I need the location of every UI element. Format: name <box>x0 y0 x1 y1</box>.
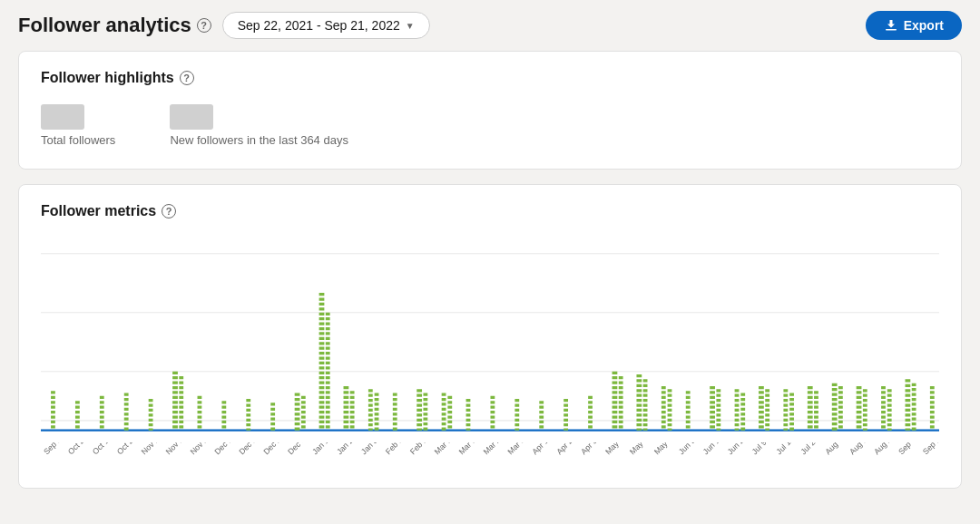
title-help-icon[interactable]: ? <box>197 18 211 33</box>
svg-text:May 20: May 20 <box>628 442 652 456</box>
follower-metrics-chart: .xl { font-family: -apple-system, BlinkM… <box>41 234 939 470</box>
svg-text:Apr 30: Apr 30 <box>579 442 602 456</box>
svg-text:Oct 12: Oct 12 <box>91 442 113 456</box>
metrics-help-icon[interactable]: ? <box>162 204 176 218</box>
total-followers-item: Total followers <box>41 104 115 147</box>
svg-text:Jun 9: Jun 9 <box>677 442 697 456</box>
svg-text:Sep 17: Sep 17 <box>921 442 939 456</box>
metrics-card: Follower metrics ? <box>18 184 962 489</box>
highlights-title: Follower highlights ? <box>41 70 939 86</box>
svg-text:Jul 19: Jul 19 <box>775 442 796 456</box>
svg-text:Dec 21: Dec 21 <box>261 442 285 456</box>
highlights-help-icon[interactable]: ? <box>180 71 194 85</box>
svg-text:May 30: May 30 <box>652 442 677 456</box>
svg-text:Apr 20: Apr 20 <box>554 442 577 456</box>
svg-text:Aug 28: Aug 28 <box>872 442 896 456</box>
date-range-button[interactable]: Sep 22, 2021 - Sep 21, 2022 ▼ <box>222 12 430 39</box>
svg-text:Aug 8: Aug 8 <box>823 442 844 456</box>
svg-text:Sep ...: Sep ... <box>42 442 64 456</box>
download-icon <box>884 18 898 33</box>
svg-text:Feb 9: Feb 9 <box>384 442 405 456</box>
svg-text:Feb 19: Feb 19 <box>408 442 432 456</box>
svg-text:Dec 11: Dec 11 <box>237 442 260 456</box>
svg-text:Dec 1: Dec 1 <box>213 442 234 456</box>
highlights-card: Follower highlights ? Total followers Ne… <box>18 51 962 170</box>
export-button[interactable]: Export <box>866 11 962 40</box>
content-area: Follower highlights ? Total followers Ne… <box>0 51 980 507</box>
new-followers-label: New followers in the last 364 days <box>170 133 348 147</box>
svg-text:Mar 31: Mar 31 <box>506 442 530 456</box>
svg-text:Jun 29: Jun 29 <box>726 442 749 456</box>
svg-text:Jul 9: Jul 9 <box>750 442 769 456</box>
svg-text:Jan 10: Jan 10 <box>310 442 333 456</box>
svg-text:Jan 20: Jan 20 <box>335 442 358 456</box>
svg-text:Jun 19: Jun 19 <box>701 442 724 456</box>
page-title: Follower analytics ? <box>18 14 211 37</box>
svg-text:Nov 11: Nov 11 <box>164 442 188 456</box>
metrics-title: Follower metrics ? <box>41 203 939 219</box>
svg-text:Jan 30: Jan 30 <box>359 442 382 456</box>
svg-text:Oct 22: Oct 22 <box>115 442 138 456</box>
chevron-down-icon: ▼ <box>406 21 415 31</box>
x-axis-text: .xl { font-family: -apple-system, BlinkM… <box>41 442 939 470</box>
highlights-row: Total followers New followers in the las… <box>41 101 939 150</box>
svg-text:Mar 1: Mar 1 <box>433 442 454 456</box>
svg-text:May 10: May 10 <box>603 442 628 456</box>
svg-text:Nov 21: Nov 21 <box>189 442 212 456</box>
svg-text:Aug 18: Aug 18 <box>848 442 871 456</box>
x-axis-labels: .xl { font-family: -apple-system, BlinkM… <box>41 442 939 470</box>
new-followers-value <box>170 104 213 130</box>
total-followers-label: Total followers <box>41 133 115 147</box>
svg-text:Mar 21: Mar 21 <box>482 442 505 456</box>
total-followers-value <box>41 104 84 130</box>
svg-text:Dec 31: Dec 31 <box>286 442 309 456</box>
chart-svg <box>41 234 939 470</box>
svg-text:Nov 1: Nov 1 <box>140 442 161 456</box>
svg-text:Sep 7: Sep 7 <box>897 442 917 456</box>
svg-rect-0 <box>886 29 897 31</box>
svg-text:Apr 10: Apr 10 <box>530 442 553 456</box>
new-followers-item: New followers in the last 364 days <box>170 104 348 147</box>
svg-text:Jul 29: Jul 29 <box>799 442 819 456</box>
svg-text:Mar 11: Mar 11 <box>457 442 481 456</box>
svg-text:Oct 2: Oct 2 <box>66 442 86 456</box>
page-header: Follower analytics ? Sep 22, 2021 - Sep … <box>0 0 980 51</box>
